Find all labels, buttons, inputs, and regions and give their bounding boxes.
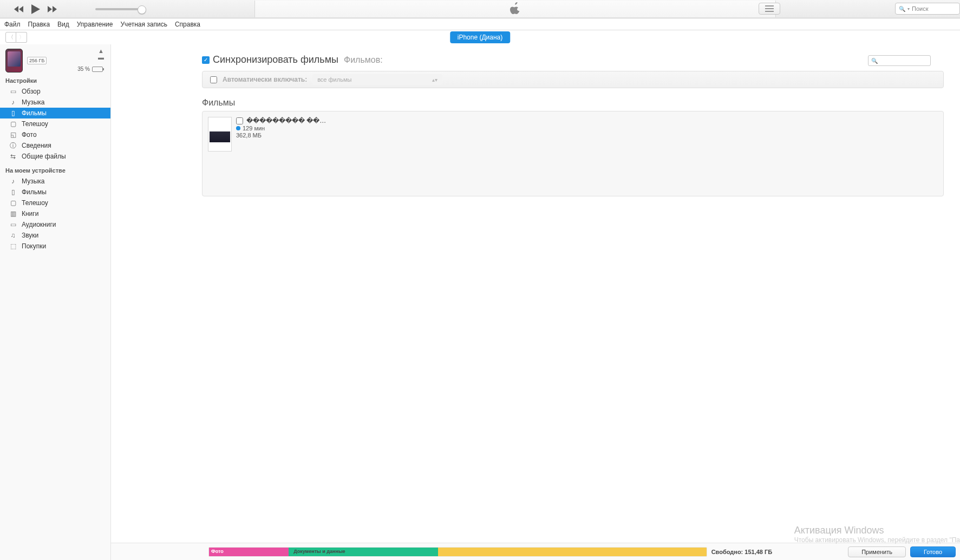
main-area: ▲▬ 256 ГБ 35 % Настройки ▭Обзор ♪Музыка … — [0, 44, 960, 560]
info-icon: ⓘ — [9, 142, 17, 149]
eject-icon[interactable]: ▲▬ — [98, 48, 104, 61]
tv-icon: ▢ — [9, 199, 17, 207]
search-placeholder: Поиск — [912, 5, 928, 12]
auto-include-checkbox[interactable] — [210, 76, 217, 83]
storage-label-docs: Документы и данные — [293, 549, 345, 554]
sidebar-item-label: Обзор — [22, 88, 41, 95]
storage-bar[interactable]: Фото Документы и данные — [208, 547, 707, 557]
movies-search-input[interactable]: 🔍 — [868, 55, 931, 66]
windows-activation-watermark: Активация Windows Чтобы активировать Win… — [794, 525, 960, 544]
movie-icon: ▯ — [9, 109, 17, 117]
status-dot-icon — [236, 126, 240, 130]
sidebar-item-info[interactable]: ⓘСведения — [0, 140, 110, 151]
battery-icon — [92, 67, 103, 72]
storage-seg-other — [438, 548, 443, 556]
sync-title: Синхронизировать фильмы — [213, 54, 338, 65]
previous-track-button[interactable] — [14, 6, 24, 12]
sidebar-item-movies[interactable]: ▯Фильмы — [0, 108, 110, 118]
film-thumbnail — [208, 117, 232, 151]
search-icon: 🔍 — [899, 6, 905, 12]
device-item-purchases[interactable]: ⬚Покупки — [0, 241, 110, 252]
sidebar-item-label: Фильмы — [22, 188, 47, 196]
device-item-audiobooks[interactable]: ▭Аудиокниги — [0, 219, 110, 230]
auto-include-value: все фильмы — [317, 76, 351, 83]
sync-header: ✓ Синхронизировать фильмы Фильмов: — [202, 54, 944, 65]
storage-free-label: Свободно: 151,48 ГБ — [711, 549, 773, 555]
sidebar-item-file-sharing[interactable]: ⇆Общие файлы — [0, 151, 110, 162]
volume-slider[interactable] — [95, 8, 144, 10]
sidebar-item-label: Фото — [22, 131, 37, 139]
device-name-pill[interactable]: iPhone (Диана) — [450, 31, 511, 43]
purchases-icon: ⬚ — [9, 242, 17, 250]
menu-bar: Файл Правка Вид Управление Учетная запис… — [0, 18, 960, 30]
film-checkbox[interactable] — [236, 117, 243, 124]
audiobook-icon: ▭ — [9, 221, 17, 228]
next-track-button[interactable] — [48, 6, 57, 12]
sidebar: ▲▬ 256 ГБ 35 % Настройки ▭Обзор ♪Музыка … — [0, 44, 111, 560]
apply-button-label: Применить — [861, 549, 892, 555]
device-capacity: 256 ГБ — [27, 57, 47, 64]
play-controls — [0, 4, 57, 14]
device-item-tones[interactable]: ♫Звуки — [0, 230, 110, 241]
sidebar-item-label: Музыка — [22, 98, 44, 106]
play-button[interactable] — [31, 4, 40, 14]
done-button-label: Готово — [924, 549, 942, 555]
chevron-down-icon: ▾ — [907, 6, 910, 11]
sidebar-item-overview[interactable]: ▭Обзор — [0, 86, 110, 97]
forward-button[interactable]: 〉 — [16, 32, 27, 43]
music-icon: ♪ — [9, 177, 17, 185]
film-duration: 129 мин — [243, 125, 265, 131]
chevron-updown-icon: ▴▾ — [432, 77, 437, 83]
done-button[interactable]: Готово — [910, 546, 956, 557]
sidebar-item-label: Звуки — [22, 232, 38, 239]
films-section-title: Фильмы — [202, 98, 944, 108]
menu-edit[interactable]: Правка — [28, 21, 50, 28]
menu-controls[interactable]: Управление — [77, 21, 113, 28]
library-search-input[interactable]: 🔍▾ Поиск — [895, 3, 960, 15]
sidebar-item-music[interactable]: ♪Музыка — [0, 97, 110, 108]
film-size: 362,8 МБ — [236, 132, 262, 139]
film-item[interactable]: ��������� ��… 129 мин 362,8 МБ — [208, 117, 326, 190]
sidebar-item-photos[interactable]: ◱Фото — [0, 129, 110, 140]
content-pane: ✓ Синхронизировать фильмы Фильмов: 🔍 Авт… — [111, 44, 960, 560]
sidebar-item-label: Сведения — [22, 142, 51, 149]
auto-include-select[interactable]: все фильмы ▴▾ — [312, 74, 442, 85]
sidebar-item-label: Покупки — [22, 242, 46, 250]
bottom-bar: Фото Документы и данные Свободно: 151,48… — [111, 543, 960, 560]
auto-include-label: Автоматически включать: — [223, 76, 307, 83]
back-button[interactable]: 〈 — [5, 32, 16, 43]
up-next-button[interactable] — [759, 3, 780, 15]
device-item-music[interactable]: ♪Музыка — [0, 176, 110, 187]
auto-include-row: Автоматически включать: все фильмы ▴▾ — [202, 71, 944, 88]
sidebar-item-label: Телешоу — [22, 120, 48, 128]
photo-icon: ◱ — [9, 131, 17, 139]
history-nav: 〈 〉 — [5, 32, 27, 43]
menu-view[interactable]: Вид — [57, 21, 69, 28]
tones-icon: ♫ — [9, 232, 17, 239]
section-label-on-device: На моем устройстве — [0, 162, 110, 176]
sync-movies-checkbox[interactable]: ✓ — [202, 56, 210, 64]
menu-account[interactable]: Учетная запись — [121, 21, 167, 28]
now-playing-display — [254, 1, 776, 17]
sidebar-item-label: Музыка — [22, 177, 44, 185]
device-item-books[interactable]: ▥Книги — [0, 208, 110, 219]
movie-icon: ▯ — [9, 188, 17, 196]
search-icon: 🔍 — [871, 58, 878, 64]
films-list: ��������� ��… 129 мин 362,8 МБ — [202, 111, 944, 196]
sidebar-item-label: Книги — [22, 210, 38, 218]
device-thumb-icon — [5, 49, 23, 73]
sidebar-item-tv[interactable]: ▢Телешоу — [0, 118, 110, 129]
activation-title: Активация Windows — [794, 525, 960, 536]
apply-button[interactable]: Применить — [848, 546, 906, 557]
player-toolbar: 🔍▾ Поиск — [0, 0, 960, 18]
share-icon: ⇆ — [9, 153, 17, 160]
menu-help[interactable]: Справка — [175, 21, 200, 28]
apple-logo-icon — [510, 2, 521, 16]
device-item-tv[interactable]: ▢Телешоу — [0, 197, 110, 208]
sidebar-item-label: Аудиокниги — [22, 221, 56, 228]
nav-strip: 〈 〉 iPhone (Диана) — [0, 30, 960, 44]
device-item-movies[interactable]: ▯Фильмы — [0, 187, 110, 197]
menu-file[interactable]: Файл — [4, 21, 21, 28]
sidebar-item-label: Телешоу — [22, 199, 48, 207]
books-icon: ▥ — [9, 210, 17, 218]
